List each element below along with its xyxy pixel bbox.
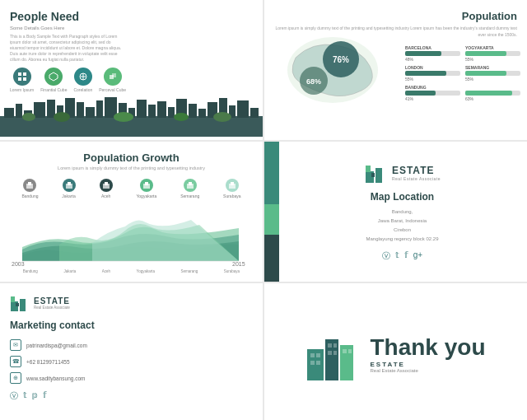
slide1-body: This is a Body Sample Text with Paragrap… xyxy=(10,34,125,63)
financial-cube-icon xyxy=(44,68,63,86)
pg-sub: Lorem ipsum is simply dummy text of the … xyxy=(10,166,253,170)
svg-rect-76 xyxy=(328,343,332,348)
svg-rect-79 xyxy=(333,351,337,355)
svg-rect-66 xyxy=(20,299,26,311)
svg-text:2015: 2015 xyxy=(232,261,245,267)
slide5-logo-text-area: ESTATE Real Estate Associate xyxy=(34,296,70,310)
svg-rect-47 xyxy=(28,182,31,185)
jakarta-icon xyxy=(63,179,76,192)
stat-pair-3: BANDUNG 41% 63% xyxy=(405,85,520,101)
pop-title: Population xyxy=(274,10,517,22)
svg-rect-12 xyxy=(16,104,22,118)
population-stats: BARCELONA 48% YOGYAKARTA 55% LONDON 55% xyxy=(405,45,520,105)
svg-point-36 xyxy=(22,113,35,121)
thank-you-heading: Thank you xyxy=(370,334,485,361)
svg-rect-34 xyxy=(237,100,249,118)
semarang-icon xyxy=(184,179,197,192)
email-contact: ✉ patrinardispa@gmail.com xyxy=(10,339,253,351)
icon-item-1: Lorem Ipsum xyxy=(10,68,34,92)
estate-tagline: Real Estate Associate xyxy=(392,176,441,181)
facebook-icon[interactable]: 𝕗 xyxy=(404,250,408,262)
vimeo-icon[interactable]: ⓥ xyxy=(382,250,390,262)
bandung-icon xyxy=(23,179,36,192)
slide1-icons-row: Lorem Ipsum Finantial Cube Corelation Pe… xyxy=(10,68,253,92)
icon-item-2: Finantial Cube xyxy=(40,68,67,92)
svg-rect-62 xyxy=(375,168,382,183)
decorative-stripe xyxy=(264,142,279,282)
svg-rect-63 xyxy=(366,166,371,172)
stat-other: 63% xyxy=(465,85,520,101)
website-contact: ⊕ www.saditybansung.com xyxy=(10,372,253,384)
svg-rect-77 xyxy=(333,343,337,348)
stat-barcelona: BARCELONA 48% xyxy=(405,45,460,62)
addr-line4: Manglayung regency block 02.29 xyxy=(366,236,438,241)
correlation-icon xyxy=(74,68,92,86)
marketing-contact-title: Marketing contact xyxy=(10,320,253,331)
estate-name: ESTATE xyxy=(392,165,441,176)
slide6-estate-sub: Real Estate Associate xyxy=(370,368,485,373)
svg-point-38 xyxy=(114,112,133,122)
aceh-icon xyxy=(100,179,113,192)
svg-rect-74 xyxy=(310,361,315,365)
stat-city-other xyxy=(465,85,520,90)
stripe-teal xyxy=(264,142,279,204)
email-value: patrinardispa@gmail.com xyxy=(26,343,87,348)
growth-chart: 2003 2015 Bandung Jakarta Aceh xyxy=(10,202,253,276)
svg-rect-49 xyxy=(68,182,71,185)
svg-rect-55 xyxy=(189,182,192,185)
svg-rect-14 xyxy=(34,102,45,118)
slide5-estate-name: ESTATE xyxy=(34,296,70,306)
yogyakarta-icon xyxy=(140,179,153,192)
city-surabaya: Surabaya xyxy=(223,179,240,198)
svg-rect-2 xyxy=(18,77,21,81)
svg-rect-72 xyxy=(310,353,315,357)
stripe-dark xyxy=(264,235,279,282)
estate-logo: ESTATE Real Estate Associate xyxy=(364,161,441,184)
address: Bandung, Jawa Barat, Indonesia Cirebon M… xyxy=(366,208,438,243)
svg-rect-78 xyxy=(328,351,332,355)
svg-rect-20 xyxy=(96,100,103,118)
svg-rect-26 xyxy=(157,101,166,118)
slide-people-need: People Need Some Details Goes Here This … xyxy=(0,0,263,140)
svg-rect-35 xyxy=(250,108,259,118)
icon-item-3: Corelation xyxy=(73,68,92,92)
slide5-social: ⓥ 𝕥 𝕡 𝕗 xyxy=(10,390,253,402)
surabaya-icon xyxy=(226,179,239,192)
vimeo-icon-5[interactable]: ⓥ xyxy=(10,390,18,402)
svg-rect-0 xyxy=(18,72,21,76)
slide-thank-you: Thank you ESTATE Real Estate Associate xyxy=(264,283,527,420)
slide-population: Population Lorem ipsum is simply dummy t… xyxy=(264,0,527,140)
facebook-icon-5[interactable]: 𝕗 xyxy=(43,390,47,402)
svg-text:2003: 2003 xyxy=(12,261,25,267)
svg-rect-11 xyxy=(4,108,14,118)
perceval-cube-icon xyxy=(104,68,122,86)
pinterest-icon-5[interactable]: 𝕡 xyxy=(32,390,38,402)
slide-population-growth: Population Growth Lorem ipsum is simply … xyxy=(0,142,263,282)
map-location-title: Map Location xyxy=(371,191,434,203)
addr-line3: Cirebon xyxy=(394,227,411,232)
svg-rect-73 xyxy=(316,353,320,357)
website-value: www.saditybansung.com xyxy=(26,376,86,381)
stat-semarang: SEMARANG 55% xyxy=(465,65,520,82)
svg-marker-4 xyxy=(49,72,58,81)
svg-rect-53 xyxy=(145,182,148,185)
twitter-icon[interactable]: 𝕥 xyxy=(395,250,399,262)
svg-rect-57 xyxy=(231,182,234,185)
city-bandung: Bandung xyxy=(21,179,38,198)
slide1-title: People Need xyxy=(10,10,253,23)
thank-you-text-area: Thank you ESTATE Real Estate Associate xyxy=(370,334,485,373)
svg-rect-9 xyxy=(112,73,116,77)
svg-rect-67 xyxy=(11,296,15,302)
slide-map-location: ESTATE Real Estate Associate Map Locatio… xyxy=(264,142,527,282)
svg-text:68%: 68% xyxy=(306,77,321,86)
svg-point-37 xyxy=(54,112,70,122)
presentation-grid: People Need Some Details Goes Here This … xyxy=(0,0,527,420)
twitter-icon-5[interactable]: 𝕥 xyxy=(23,390,27,402)
stat-city-bandung: BANDUNG xyxy=(405,85,460,90)
svg-point-39 xyxy=(174,113,189,121)
google-plus-icon[interactable]: g+ xyxy=(413,250,422,262)
svg-rect-3 xyxy=(23,77,26,81)
svg-rect-81 xyxy=(348,349,352,353)
svg-rect-69 xyxy=(307,349,324,380)
stat-city-yogya: YOGYAKARTA xyxy=(465,45,520,50)
